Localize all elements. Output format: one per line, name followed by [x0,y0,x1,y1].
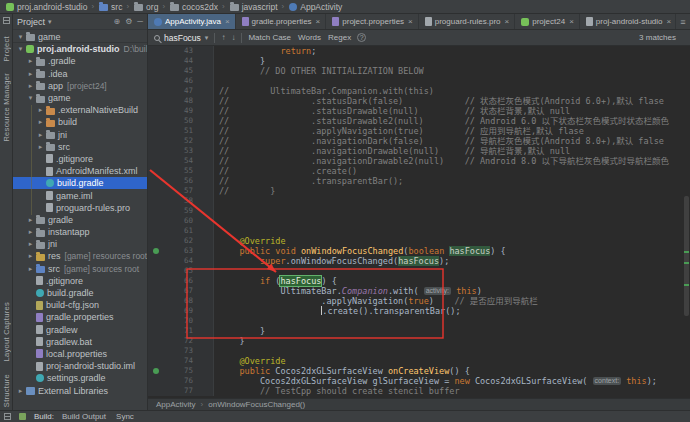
code-line[interactable]: 48// .statusDark(false) // 状态栏灰色模式(Andro… [148,96,690,106]
tree-item-proj-android-studio-iml[interactable]: proj-android-studio.iml [13,360,147,372]
tree-item-proguard-rules-pro[interactable]: proguard-rules.pro [13,202,147,214]
tree-item-gradle-properties[interactable]: gradle.properties [13,311,147,323]
code-line[interactable]: 70 [148,316,690,326]
code-line[interactable]: 52// .navigationDark(false) // 导航栏灰色模式(A… [148,136,690,146]
chevron-right-icon[interactable]: ▸ [26,57,35,65]
close-icon[interactable]: × [408,17,413,26]
tree-item-game[interactable]: ▾game [13,92,147,104]
code-line[interactable]: 61 [148,226,690,236]
project-view-selector[interactable]: Project ▾ [17,17,52,27]
chevron-right-icon[interactable]: ▸ [26,70,35,78]
breadcrumb-item-org[interactable]: org [133,2,158,12]
tree-item--gitignore[interactable]: .gitignore [13,275,147,287]
tree-item-external-libraries[interactable]: ▸External Libraries [13,384,147,396]
gear-icon[interactable]: ⚙ [125,17,132,26]
find-option-match-case[interactable]: Match Case [248,33,291,42]
regex-help-icon[interactable]: ? [357,33,366,42]
code-line[interactable]: 62 @Override [148,236,690,246]
code-line[interactable]: 73 [148,346,690,356]
code-line[interactable]: 55// .create() [148,166,690,176]
hide-panel-icon[interactable]: ─ [137,17,143,26]
tree-item-res[interactable]: ▸res[game] resources root [13,250,147,262]
find-option-words[interactable]: Words [298,33,321,42]
tree-item-instantapp[interactable]: ▸instantapp [13,226,147,238]
chevron-down-icon[interactable]: ▾ [26,94,35,102]
code-line[interactable]: 49// .statusDrawable(null) // 状态栏背景,默认 n… [148,106,690,116]
editor-tab-project-properties[interactable]: project.properties× [326,14,418,29]
scrollbar-thumb[interactable] [684,196,689,316]
breadcrumb-item-javascript[interactable]: javascript [229,2,278,12]
editor-breadcrumb-onwindowfocuschanged-[interactable]: onWindowFocusChanged() [208,400,305,409]
tree-item-build-gradle[interactable]: build.gradle [13,177,147,189]
code-line[interactable]: 46 [148,76,690,86]
code-line[interactable]: 71 } [148,326,690,336]
chevron-right-icon[interactable]: ▸ [26,216,35,224]
tree-item-gradle[interactable]: ▸gradle [13,214,147,226]
tabs-menu-icon[interactable]: ≡ [675,14,690,29]
editor-breadcrumb-appactivity[interactable]: AppActivity [156,400,196,409]
find-option-regex[interactable]: Regex [328,33,351,42]
chevron-right-icon[interactable]: ▸ [16,387,25,395]
search-input[interactable]: hasFocus ▾ [154,33,208,43]
code-line[interactable]: 76 Cocos2dxGLSurfaceView glSurfaceView =… [148,376,690,386]
code-line[interactable]: 59 [148,206,690,216]
chevron-right-icon[interactable]: ▸ [36,118,45,126]
code-line[interactable]: 67 UltimateBar.Companion.with( activity:… [148,286,690,296]
code-line[interactable]: 44 } [148,56,690,66]
tree-item-local-properties[interactable]: local.properties [13,348,147,360]
chevron-down-icon[interactable]: ▾ [16,45,25,53]
code-line[interactable]: 72 } [148,336,690,346]
chevron-right-icon[interactable]: ▸ [36,106,45,114]
code-line[interactable]: 53// .navigationDrawable(null) // 导航栏背景,… [148,146,690,156]
previous-match-icon[interactable]: ↑ [221,33,225,42]
code-line[interactable]: 74 @Override [148,356,690,366]
code-line[interactable]: 50// .statusDrawable2(null) // Android 6… [148,116,690,126]
tool-button-project[interactable]: Project [2,36,11,61]
code-line[interactable]: 54// .navigationDrawable2(null) // Andro… [148,156,690,166]
tree-item-game-iml[interactable]: game.iml [13,189,147,201]
chevron-right-icon[interactable]: ▸ [36,143,45,151]
tree-item-gradlew-bat[interactable]: gradlew.bat [13,336,147,348]
tool-window-switcher-icon[interactable] [4,413,11,420]
code-line[interactable]: 57// } [148,186,690,196]
tree-item-game[interactable]: ▾game [13,31,147,43]
tool-button-layout-captures[interactable]: Layout Captures [2,302,11,362]
chevron-right-icon[interactable]: ▸ [36,131,45,139]
close-icon[interactable]: × [225,17,230,26]
editor-tab-proj-android-studio[interactable]: proj-android-studio× [580,14,677,29]
tree-item--idea[interactable]: ▸.idea [13,68,147,80]
chevron-right-icon[interactable]: ▸ [26,252,35,260]
editor-tab-gradle-properties[interactable]: gradle.properties× [236,14,327,29]
tool-windows-icon[interactable] [3,17,10,24]
search-history-icon[interactable]: ▾ [205,34,209,42]
code-line[interactable]: 66 if (hasFocus) { [148,276,690,286]
tree-item-proj-android-studio[interactable]: ▾proj.android-studioD:\build\jsb [13,43,147,55]
close-icon[interactable]: × [505,17,510,26]
code-line[interactable]: 69 .create().transparentBar(); [148,306,690,316]
chevron-right-icon[interactable]: ▸ [26,228,35,236]
tree-item-jni[interactable]: ▸jni [13,129,147,141]
next-match-icon[interactable]: ↓ [231,33,235,42]
code-line[interactable]: 56// .transparentBar(); [148,176,690,186]
breadcrumb-item-cocos2dx[interactable]: cocos2dx [169,2,218,12]
tree-item--gradle[interactable]: ▸.gradle [13,55,147,67]
breadcrumb-item-appactivity[interactable]: AppActivity [288,2,342,12]
tree-item-src[interactable]: ▸src [13,141,147,153]
code-line[interactable]: 63 public void onWindowFocusChanged(bool… [148,246,690,256]
tree-item-settings-gradle[interactable]: settings.gradle [13,372,147,384]
code-line[interactable]: 51// .applyNavigation(true) // 应用到导航栏,默认… [148,126,690,136]
tree-item--externalnativebuild[interactable]: ▸.externalNativeBuild [13,104,147,116]
code-editor[interactable]: 43 return;44 }45 // DO OTHER INITIALIZAT… [148,46,690,398]
close-icon[interactable]: × [569,17,574,26]
code-line[interactable]: 60 [148,216,690,226]
tree-item-build-cfg-json[interactable]: build-cfg.json [13,299,147,311]
tree-item-src[interactable]: ▸src[game] sources root [13,263,147,275]
tree-item--gitignore[interactable]: .gitignore [13,153,147,165]
editor-tab-proguard-rules-pro[interactable]: proguard-rules.pro× [419,14,515,29]
code-line[interactable]: 45 // DO OTHER INITIALIZATION BELOW [148,66,690,76]
code-line[interactable]: 47// UltimateBar.Companion.with(this) [148,86,690,96]
build-tab-build-output[interactable]: Build Output [62,412,106,421]
code-line[interactable]: 43 return; [148,46,690,56]
code-line[interactable]: 68 .applyNavigation(true) // 是否应用到导航栏 [148,296,690,306]
tree-item-gradlew[interactable]: gradlew [13,324,147,336]
